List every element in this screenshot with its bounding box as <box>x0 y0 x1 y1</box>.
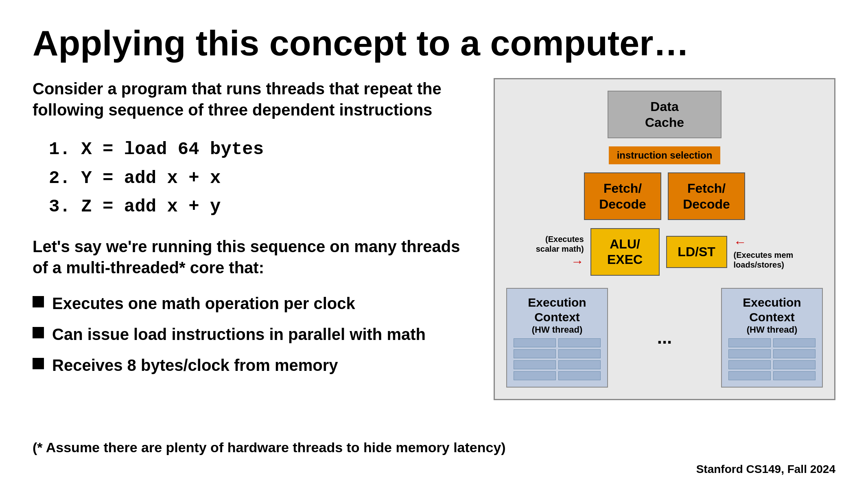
exec-cell <box>514 360 556 369</box>
exec-cell <box>773 338 816 347</box>
exec-rows-2 <box>728 338 816 380</box>
code-block: 1. X = load 64 bytes 2. Y = add x + x 3.… <box>33 135 469 221</box>
exec-cell <box>773 371 816 380</box>
exec-cell <box>558 338 601 347</box>
list-item: Can issue load instructions in parallel … <box>33 324 469 345</box>
fetch-decode-box-2: Fetch/Decode <box>668 172 745 220</box>
ldst-box: LD/ST <box>666 236 727 268</box>
executes-scalar-text: (Executesscalar math) <box>536 234 584 254</box>
dots-label: ... <box>616 327 713 348</box>
bullet-icon <box>33 358 44 369</box>
data-cache-row: DataCache <box>506 91 823 138</box>
instruction-3: 3. Z = add x + y <box>49 192 469 221</box>
bullet-text-3: Receives 8 bytes/clock from memory <box>52 355 338 376</box>
attribution: Stanford CS149, Fall 2024 <box>696 463 835 476</box>
list-item: Executes one math operation per clock <box>33 293 469 314</box>
exec-col-1 <box>514 338 556 380</box>
content-area: Consider a program that runs threads tha… <box>33 78 835 400</box>
intro-text: Consider a program that runs threads tha… <box>33 78 469 120</box>
arrow-left-icon: ← <box>734 234 747 250</box>
exec-col-2 <box>558 338 601 380</box>
data-cache-box: DataCache <box>608 91 722 138</box>
executes-scalar-label: (Executesscalar math) → <box>536 234 584 269</box>
exec-cell <box>558 349 601 358</box>
data-cache-label: DataCache <box>645 99 684 129</box>
exec-cell <box>773 349 816 358</box>
instruction-selection-badge: instruction selection <box>609 146 721 164</box>
execution-context-box-2: ExecutionContext (HW thread) <box>721 288 823 388</box>
alu-exec-box: ALU/EXEC <box>590 228 660 276</box>
slide: Applying this concept to a computer… Con… <box>0 0 868 488</box>
exec-cell <box>558 360 601 369</box>
execution-context-box-1: ExecutionContext (HW thread) <box>506 288 608 388</box>
bullet-icon <box>33 296 44 307</box>
exec-title-1: ExecutionContext <box>514 295 601 325</box>
diagram-container: DataCache instruction selection Fetch/De… <box>494 78 835 400</box>
exec-cell <box>728 349 771 358</box>
exec-cell <box>728 338 771 347</box>
instruction-2: 2. Y = add x + x <box>49 164 469 192</box>
exec-cell <box>514 371 556 380</box>
exec-cell <box>514 349 556 358</box>
bullet-text-1: Executes one math operation per clock <box>52 293 355 314</box>
arrow-right-icon: → <box>571 254 584 269</box>
exec-rows-1 <box>514 338 601 380</box>
exec-cell <box>514 338 556 347</box>
exec-subtitle-2: (HW thread) <box>728 325 816 335</box>
fetch-decode-row: Fetch/Decode Fetch/Decode <box>506 172 823 220</box>
executes-mem-label: ← (Executes memloads/stores) <box>734 234 794 269</box>
alu-ldst-row: (Executesscalar math) → ALU/EXEC LD/ST ←… <box>506 228 823 276</box>
mid-text: Let's say we're running this sequence on… <box>33 236 469 278</box>
exec-title-2: ExecutionContext <box>728 295 816 325</box>
bullet-text-2: Can issue load instructions in parallel … <box>52 324 426 345</box>
list-item: Receives 8 bytes/clock from memory <box>33 355 469 376</box>
diagram: DataCache instruction selection Fetch/De… <box>494 78 835 400</box>
bullet-list: Executes one math operation per clock Ca… <box>33 293 469 376</box>
instruction-1: 1. X = load 64 bytes <box>49 135 469 163</box>
slide-title: Applying this concept to a computer… <box>33 24 835 62</box>
exec-cell <box>728 360 771 369</box>
exec-cell <box>558 371 601 380</box>
exec-cell <box>728 371 771 380</box>
exec-col-3 <box>728 338 771 380</box>
footnote: (* Assume there are plenty of hardware t… <box>33 440 506 455</box>
executes-mem-text: (Executes memloads/stores) <box>734 250 794 270</box>
exec-cell <box>773 360 816 369</box>
exec-col-4 <box>773 338 816 380</box>
bullet-icon <box>33 327 44 338</box>
instruction-selection-row: instruction selection <box>506 146 823 164</box>
left-column: Consider a program that runs threads tha… <box>33 78 469 375</box>
exec-subtitle-1: (HW thread) <box>514 325 601 335</box>
execution-context-row: ExecutionContext (HW thread) <box>506 288 823 388</box>
fetch-decode-box-1: Fetch/Decode <box>584 172 661 220</box>
